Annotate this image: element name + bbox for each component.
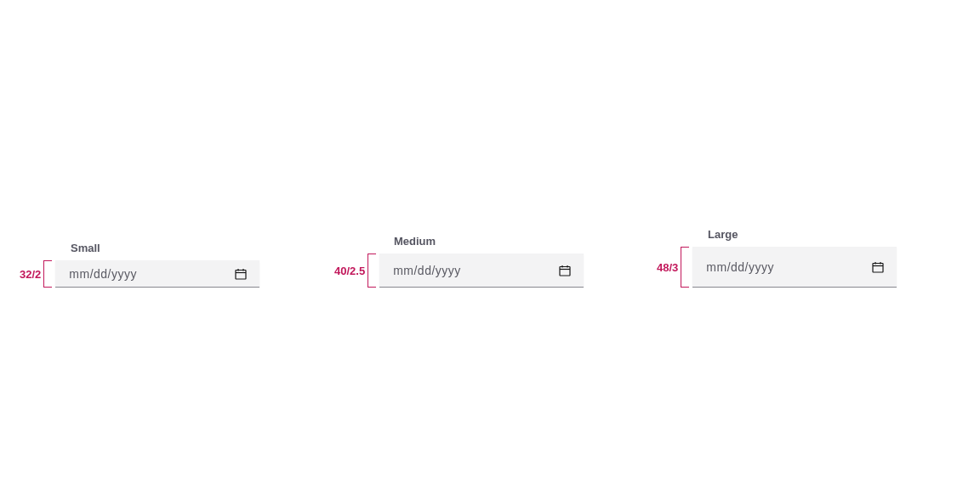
date-input-large[interactable]: mm/dd/yyyy <box>692 247 897 288</box>
svg-rect-0 <box>236 270 246 279</box>
dimension-text: 48/3 <box>657 261 678 274</box>
date-placeholder: mm/dd/yyyy <box>393 264 461 277</box>
variant-label-medium: Medium <box>394 235 436 248</box>
date-input-small[interactable]: mm/dd/yyyy <box>55 260 259 288</box>
date-placeholder: mm/dd/yyyy <box>706 260 774 274</box>
dimension-text: 40/2.5 <box>334 265 365 277</box>
date-input-medium[interactable]: mm/dd/yyyy <box>379 254 584 288</box>
date-input-variant-large: Large 48/3 mm/dd/yyyy <box>657 247 897 288</box>
dimension-annotation-medium: 40/2.5 <box>334 254 376 288</box>
svg-rect-4 <box>560 266 570 276</box>
date-input-variant-small: Small 32/2 mm/dd/yyyy <box>20 260 259 288</box>
dimension-annotation-large: 48/3 <box>657 247 689 288</box>
dimension-text: 32/2 <box>20 268 41 281</box>
calendar-icon[interactable] <box>234 267 248 281</box>
date-placeholder: mm/dd/yyyy <box>69 267 137 281</box>
date-input-variant-medium: Medium 40/2.5 mm/dd/yyyy <box>334 254 584 288</box>
dimension-bracket <box>368 254 376 288</box>
calendar-icon[interactable] <box>871 260 885 274</box>
svg-rect-8 <box>873 263 883 272</box>
dimension-bracket <box>43 260 52 288</box>
dimension-bracket <box>681 247 689 288</box>
calendar-icon[interactable] <box>558 264 572 277</box>
variant-label-large: Large <box>708 228 738 241</box>
variant-label-small: Small <box>71 242 100 254</box>
dimension-annotation-small: 32/2 <box>20 260 52 288</box>
